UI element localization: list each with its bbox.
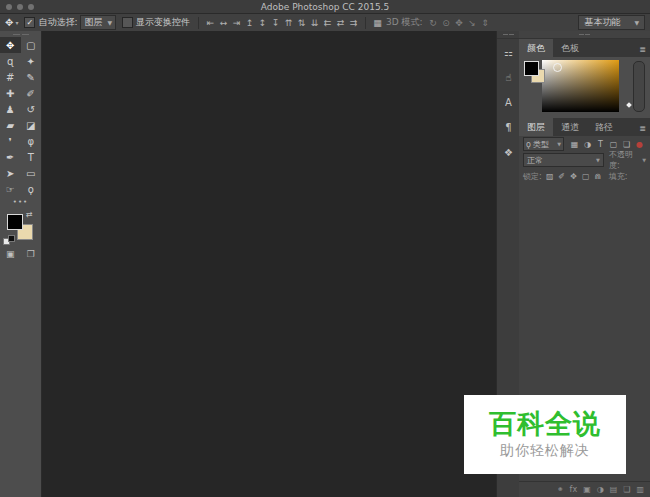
align-vertical-centers-icon[interactable]: ↕ [256, 18, 269, 28]
filter-smart-objects-icon[interactable]: ❏ [620, 140, 633, 149]
align-horizontal-centers-icon[interactable]: ↔ [217, 18, 230, 28]
distribute-right-edges-icon[interactable]: ⇉ [347, 18, 360, 28]
hand-tool[interactable]: ☞ [0, 181, 21, 197]
filter-shape-layers-icon[interactable]: ▢ [607, 140, 620, 149]
tab-paths[interactable]: 路径 [587, 118, 621, 136]
minimize-button[interactable] [17, 4, 23, 10]
filter-pixel-layers-icon[interactable]: ▦ [568, 140, 581, 149]
3d-rotate-icon[interactable]: ↻ [427, 18, 440, 28]
filter-adjustment-layers-icon[interactable]: ◑ [581, 140, 594, 149]
align-bottom-edges-icon[interactable]: ↧ [269, 18, 282, 28]
3d-scale-icon[interactable]: ⇕ [479, 18, 492, 28]
panel-menu-icon[interactable]: ≣ [639, 45, 650, 57]
3d-roll-icon[interactable]: ⊙ [440, 18, 453, 28]
distribute-left-edges-icon[interactable]: ⇇ [321, 18, 334, 28]
rectangle-tool[interactable]: ▭ [21, 165, 42, 181]
magic-wand-tool[interactable]: ✦ [21, 53, 42, 69]
spot-healing-brush-tool[interactable]: ✚ [0, 85, 21, 101]
pen-tool[interactable]: ✒ [0, 149, 21, 165]
auto-select-dropdown[interactable]: 图层 ▼ [80, 15, 116, 30]
new-adjustment-layer-icon[interactable]: ◑ [597, 485, 604, 494]
auto-align-layers-icon[interactable]: ▦ [371, 18, 384, 28]
delete-layer-icon[interactable]: ▥ [636, 485, 644, 494]
crop-tool[interactable]: # [0, 69, 21, 85]
quick-mask-icon[interactable]: ▣ [6, 249, 15, 259]
dock-grip[interactable] [497, 31, 520, 39]
panel-menu-icon[interactable]: ≣ [639, 124, 650, 136]
tab-channels[interactable]: 通道 [553, 118, 587, 136]
new-layer-icon[interactable]: ❏ [623, 485, 630, 494]
screen-mode-icon[interactable]: ❐ [27, 249, 35, 259]
lock-paint-icon[interactable]: ✐ [556, 172, 568, 181]
default-colors-icon[interactable] [3, 235, 15, 245]
eyedropper-tool[interactable]: ✎ [21, 69, 42, 85]
rectangular-marquee-tool[interactable]: ▢ [21, 37, 42, 53]
zoom-tool[interactable]: ϙ [21, 181, 42, 197]
slider-marker-icon[interactable] [626, 102, 632, 108]
dodge-tool[interactable]: φ [21, 133, 42, 149]
filter-type-layers-icon[interactable]: T [594, 140, 607, 149]
chevron-down-icon[interactable]: ▼ [642, 157, 646, 163]
tab-color[interactable]: 颜色 [519, 39, 553, 57]
lock-transparency-icon[interactable]: ▨ [544, 172, 556, 181]
show-transform-checkbox[interactable] [122, 17, 133, 28]
clone-stamp-tool[interactable]: ♟ [0, 101, 21, 117]
distribute-horizontal-centers-icon[interactable]: ⇄ [334, 18, 347, 28]
lasso-tool[interactable]: ɋ [0, 53, 21, 69]
swap-colors-icon[interactable]: ⇄ [26, 210, 33, 219]
lock-all-icon[interactable]: ⋒ [592, 172, 604, 181]
adjustments-panel-icon[interactable]: ⚏ [504, 47, 513, 59]
align-left-edges-icon[interactable]: ⇤ [204, 18, 217, 28]
close-button[interactable] [6, 4, 12, 10]
auto-select-checkbox[interactable]: ✓ [24, 17, 35, 28]
3d-slide-icon[interactable]: ↘ [466, 18, 479, 28]
layers-tabs: 图层通道路径 [519, 118, 621, 136]
layer-filter-value: 类型 [533, 139, 549, 150]
tool-preset-chevron-icon[interactable]: ▾ [15, 19, 18, 26]
color-picker-marker[interactable] [553, 63, 562, 72]
align-top-edges-icon[interactable]: ↥ [243, 18, 256, 28]
libraries-panel-icon[interactable]: ❖ [504, 147, 513, 159]
edit-toolbar-icon[interactable]: ••• [0, 197, 41, 207]
lock-position-icon[interactable]: ✥ [568, 172, 580, 181]
paragraph-panel-icon[interactable]: ¶ [505, 122, 511, 134]
gradient-tool[interactable]: ◪ [21, 117, 42, 133]
align-right-edges-icon[interactable]: ⇥ [230, 18, 243, 28]
fill-label: 填充: [609, 171, 628, 182]
character-panel-icon[interactable]: A [505, 97, 512, 109]
move-tool[interactable]: ✥ [0, 37, 21, 53]
zoom-button[interactable] [28, 4, 34, 10]
distribute-bottom-edges-icon[interactable]: ⇊ [308, 18, 321, 28]
layer-filter-dropdown[interactable]: ϙ 类型 ▼ [523, 137, 564, 151]
panel-foreground-swatch[interactable] [524, 61, 539, 76]
brush-tool[interactable]: ✐ [21, 85, 42, 101]
add-layer-mask-icon[interactable]: ▣ [583, 485, 591, 494]
link-layers-icon[interactable]: ⚭ [557, 485, 564, 494]
clone-source-panel-icon[interactable]: ☝ [505, 72, 511, 84]
tab-swatches[interactable]: 色板 [553, 39, 587, 57]
foreground-swatch[interactable] [7, 214, 23, 230]
workspace-selector[interactable]: 基本功能 ▼ [578, 15, 645, 30]
window-controls [6, 4, 34, 10]
panel-grip[interactable] [519, 31, 650, 39]
3d-drag-icon[interactable]: ✥ [453, 18, 466, 28]
tab-layers[interactable]: 图层 [519, 118, 553, 136]
tools-panel: ✥▢ɋ✦#✎✚✐♟↺▰◪❜φ✒T➤▭☞ϙ ••• ⇄ ▣ ❐ [0, 31, 42, 497]
eraser-tool[interactable]: ▰ [0, 117, 21, 133]
color-tabs: 颜色色板 [519, 39, 587, 57]
type-tool[interactable]: T [21, 149, 42, 165]
lock-artboard-icon[interactable]: ▢ [580, 172, 592, 181]
color-gradient-picker[interactable] [542, 60, 619, 112]
distribute-vertical-centers-icon[interactable]: ⇅ [295, 18, 308, 28]
new-group-icon[interactable]: ▤ [610, 485, 618, 494]
lock-label: 锁定: [523, 171, 542, 182]
brightness-slider[interactable] [633, 61, 645, 112]
history-brush-tool[interactable]: ↺ [21, 101, 42, 117]
layer-style-icon[interactable]: fx [570, 485, 578, 494]
layers-footer-icons: ⚭fx▣◑▤❏▥ [557, 485, 644, 494]
layer-filter-toggle-icon[interactable]: ● [633, 140, 646, 149]
blend-mode-dropdown[interactable]: 正常 ▼ [523, 153, 604, 167]
path-selection-tool[interactable]: ➤ [0, 165, 21, 181]
blur-tool[interactable]: ❜ [0, 133, 21, 149]
distribute-top-edges-icon[interactable]: ⇈ [282, 18, 295, 28]
